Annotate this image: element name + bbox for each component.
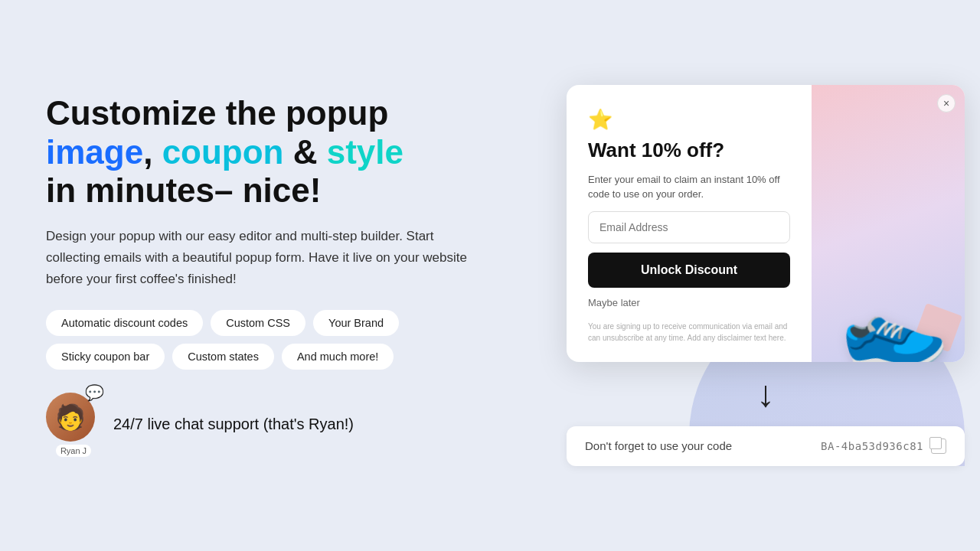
email-input[interactable] — [588, 211, 790, 243]
popup-left: ⭐ Want 10% off? Enter your email to clai… — [567, 85, 812, 361]
tag-states: Custom states — [172, 344, 274, 370]
tags-row: Automatic discount codes Custom CSS Your… — [46, 310, 521, 370]
popup-star-icon: ⭐ — [588, 109, 790, 129]
headline-amp: & — [283, 133, 326, 171]
popup-description: Enter your email to claim an instant 10%… — [588, 172, 790, 202]
left-panel: Customize the popup image, coupon & styl… — [46, 94, 521, 457]
popup-title: Want 10% off? — [588, 139, 790, 162]
popup-modal: ⭐ Want 10% off? Enter your email to clai… — [567, 85, 965, 361]
headline-text1: Customize the popup — [46, 94, 388, 132]
tag-css: Custom CSS — [211, 310, 305, 336]
page-layout: Customize the popup image, coupon & styl… — [0, 0, 980, 551]
coupon-right: BA-4ba53d936c81 — [821, 439, 946, 454]
headline-comma1: , — [143, 133, 162, 171]
right-panel: ⭐ Want 10% off? Enter your email to clai… — [567, 85, 965, 465]
headline-text2: in minutes– nice! — [46, 171, 321, 209]
maybe-later-link[interactable]: Maybe later — [588, 297, 790, 308]
avatar-wrap: 💬 🧑 Ryan J — [46, 393, 101, 457]
tag-more: And much more! — [282, 344, 394, 370]
arrow-down-icon: ↓ — [756, 376, 775, 412]
unlock-discount-button[interactable]: Unlock Discount — [588, 253, 790, 288]
support-text-parens: (that's Ryan!) — [263, 416, 354, 432]
coupon-code: BA-4ba53d936c81 — [821, 440, 923, 452]
main-headline: Customize the popup image, coupon & styl… — [46, 94, 521, 210]
support-row: 💬 🧑 Ryan J 24/7 live chat support (that'… — [46, 393, 521, 457]
support-text-main: 24/7 live chat support — [113, 416, 263, 432]
headline-style: style — [327, 133, 403, 171]
avatar-name: Ryan J — [56, 445, 91, 457]
headline-image: image — [46, 133, 143, 171]
subtext: Design your popup with our easy editor a… — [46, 226, 490, 290]
popup-image-panel: 👟 — [812, 85, 965, 361]
coupon-label: Don't forget to use your code — [585, 439, 732, 452]
popup-disclaimer: You are signing up to receive communicat… — [588, 321, 790, 344]
copy-icon[interactable] — [931, 439, 946, 454]
tag-brand: Your Brand — [313, 310, 399, 336]
chat-bubble-icon: 💬 — [85, 383, 104, 402]
tag-sticky: Sticky coupon bar — [46, 344, 165, 370]
tag-discount: Automatic discount codes — [46, 310, 203, 336]
support-text: 24/7 live chat support (that's Ryan!) — [113, 416, 354, 433]
coupon-bar: Don't forget to use your code BA-4ba53d9… — [567, 426, 965, 466]
shoe-image: 👟 — [828, 272, 952, 361]
headline-coupon: coupon — [162, 133, 284, 171]
